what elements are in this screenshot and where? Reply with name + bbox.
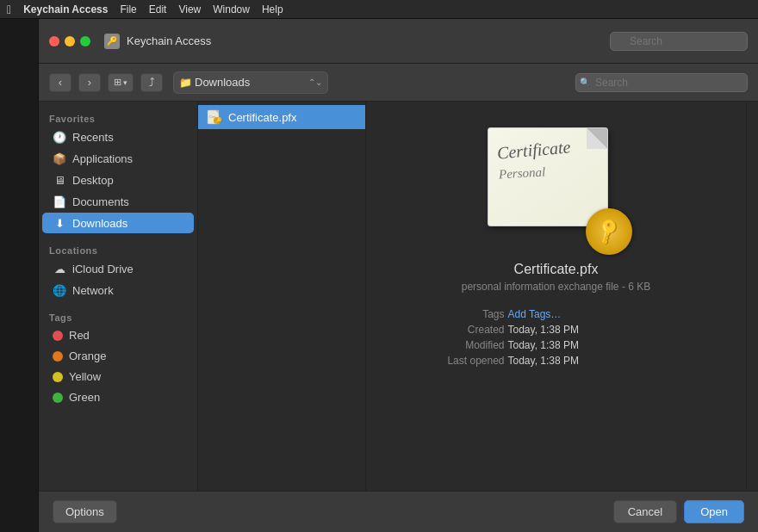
yellow-tag-dot: [53, 372, 63, 382]
sidebar-item-recents-label: Recents: [72, 131, 114, 144]
menu-help[interactable]: Help: [262, 3, 283, 15]
sidebar-item-downloads[interactable]: ⬇ Downloads: [42, 213, 194, 233]
sidebar-item-yellow[interactable]: Yellow: [42, 367, 194, 387]
created-value: Today, 1:38 PM: [508, 324, 580, 336]
sidebar-item-icloud-label: iCloud Drive: [72, 263, 134, 275]
modified-value: Today, 1:38 PM: [508, 339, 580, 351]
close-button[interactable]: [49, 36, 59, 46]
minimize-button[interactable]: [65, 36, 75, 46]
bottom-bar: Options Cancel Open: [39, 491, 758, 532]
documents-icon: 📄: [53, 195, 66, 208]
toolbar-search-wrap: 🔍: [575, 73, 748, 92]
cert-sub: Personal: [498, 165, 545, 182]
content-area: Favorites 🕐 Recents 📦 Applications 🖥 Des…: [39, 102, 758, 491]
sidebar-item-green[interactable]: Green: [42, 387, 194, 407]
sidebar-item-green-label: Green: [69, 391, 100, 404]
icloud-icon: ☁: [53, 262, 66, 275]
favorites-label: Favorites: [39, 108, 197, 126]
dialog-toolbar: ‹ › ⊞ ▾ ⤴ 📁 Downloads ⌃⌄ 🔍: [39, 64, 758, 102]
created-label: Created: [427, 324, 505, 336]
cancel-button[interactable]: Cancel: [613, 500, 677, 523]
meta-created-row: Created Today, 1:38 PM: [427, 322, 686, 337]
downloads-icon: ⬇: [53, 216, 66, 230]
file-list: Cert 🔑 Certificate.pfx: [198, 102, 366, 491]
sidebar-item-red-label: Red: [69, 329, 90, 342]
applications-icon: 📦: [53, 152, 66, 165]
preview-icon-wrap: Certificate Personal 🔑: [488, 127, 625, 248]
file-item-certificate-label: Certificate.pfx: [228, 111, 296, 124]
preview-filename: Certificate.pfx: [514, 262, 599, 277]
sidebar-item-orange[interactable]: Orange: [42, 346, 194, 366]
preview-meta: Tags Add Tags… Created Today, 1:38 PM Mo…: [427, 306, 686, 368]
menu-view[interactable]: View: [178, 3, 201, 15]
sidebar-item-red[interactable]: Red: [42, 325, 194, 345]
traffic-lights: [49, 36, 90, 46]
orange-tag-dot: [53, 351, 63, 362]
titlebar-search-wrap: 🔍: [610, 32, 748, 51]
sidebar-item-applications[interactable]: 📦 Applications: [42, 148, 194, 169]
main-window: 🔑 Keychain Access 🔍 ‹ › ⊞ ▾ ⤴ 📁 Download…: [39, 19, 758, 532]
options-button[interactable]: Options: [53, 500, 117, 523]
fullscreen-button[interactable]: [80, 36, 90, 46]
location-chevron-icon: ⌃⌄: [308, 77, 322, 87]
dock-left: [0, 19, 39, 532]
menu-edit[interactable]: Edit: [149, 3, 167, 15]
cert-seal-outer: 🔑: [586, 208, 632, 255]
view-chevron-icon: ▾: [123, 78, 127, 87]
add-tags-link[interactable]: Add Tags…: [508, 308, 562, 320]
svg-text:🔑: 🔑: [215, 117, 222, 124]
window-title: Keychain Access: [127, 34, 211, 47]
network-icon: 🌐: [53, 283, 66, 297]
meta-last-opened-row: Last opened Today, 1:38 PM: [427, 353, 686, 368]
sidebar-item-documents[interactable]: 📄 Documents: [42, 191, 194, 212]
green-tag-dot: [53, 393, 63, 403]
action-button[interactable]: ⤴: [140, 73, 163, 92]
preview-pane: Certificate Personal 🔑 Certificate.pfx p…: [366, 102, 746, 491]
tags-label: Tags: [39, 307, 197, 325]
desktop-icon: 🖥: [53, 173, 66, 187]
open-button[interactable]: Open: [684, 500, 744, 523]
meta-modified-row: Modified Today, 1:38 PM: [427, 337, 686, 353]
sidebar-item-network-label: Network: [72, 284, 114, 297]
certificate-preview-icon: Certificate Personal 🔑: [488, 127, 625, 248]
view-toggle-button[interactable]: ⊞ ▾: [108, 73, 134, 92]
apple-menu[interactable]: : [7, 3, 11, 16]
app-name[interactable]: Keychain Access: [23, 3, 108, 15]
last-opened-value: Today, 1:38 PM: [508, 355, 580, 367]
cert-title: Certificate: [496, 137, 571, 163]
location-label: Downloads: [195, 76, 250, 89]
sidebar-item-recents[interactable]: 🕐 Recents: [42, 127, 194, 147]
sidebar-item-orange-label: Orange: [69, 350, 106, 362]
preview-description: personal information exchange file - 6 K…: [462, 281, 650, 293]
last-opened-label: Last opened: [427, 355, 505, 367]
toolbar-search-input[interactable]: [575, 73, 748, 92]
menubar:  Keychain Access File Edit View Window …: [0, 0, 758, 19]
titlebar-search-input[interactable]: [610, 32, 748, 51]
sidebar-item-yellow-label: Yellow: [69, 370, 101, 383]
menu-file[interactable]: File: [120, 3, 136, 15]
view-icon: ⊞: [114, 77, 121, 88]
sidebar-item-documents-label: Documents: [72, 195, 129, 208]
meta-tags-row: Tags Add Tags…: [427, 306, 686, 322]
modified-label: Modified: [427, 339, 505, 351]
key-icon: 🔑: [593, 216, 624, 247]
certificate-file-icon: Cert 🔑: [207, 109, 222, 125]
back-button[interactable]: ‹: [49, 73, 71, 92]
sidebar-item-desktop-label: Desktop: [72, 174, 114, 187]
menu-window[interactable]: Window: [213, 3, 250, 15]
forward-button[interactable]: ›: [78, 73, 101, 92]
location-icon: 📁: [179, 77, 192, 89]
sidebar-item-desktop[interactable]: 🖥 Desktop: [42, 170, 194, 190]
red-tag-dot: [53, 331, 63, 341]
recents-icon: 🕐: [53, 130, 66, 144]
locations-label: Locations: [39, 240, 197, 257]
file-item-certificate[interactable]: Cert 🔑 Certificate.pfx: [198, 105, 365, 129]
sidebar-item-icloud[interactable]: ☁ iCloud Drive: [42, 258, 194, 279]
sidebar: Favorites 🕐 Recents 📦 Applications 🖥 Des…: [39, 102, 198, 491]
location-selector[interactable]: 📁 Downloads ⌃⌄: [173, 71, 328, 94]
titlebar: 🔑 Keychain Access 🔍: [39, 19, 758, 64]
tags-label: Tags: [427, 308, 505, 320]
sidebar-item-network[interactable]: 🌐 Network: [42, 280, 194, 300]
sidebar-item-downloads-label: Downloads: [72, 217, 127, 230]
cert-seal: 🔑: [586, 208, 632, 255]
